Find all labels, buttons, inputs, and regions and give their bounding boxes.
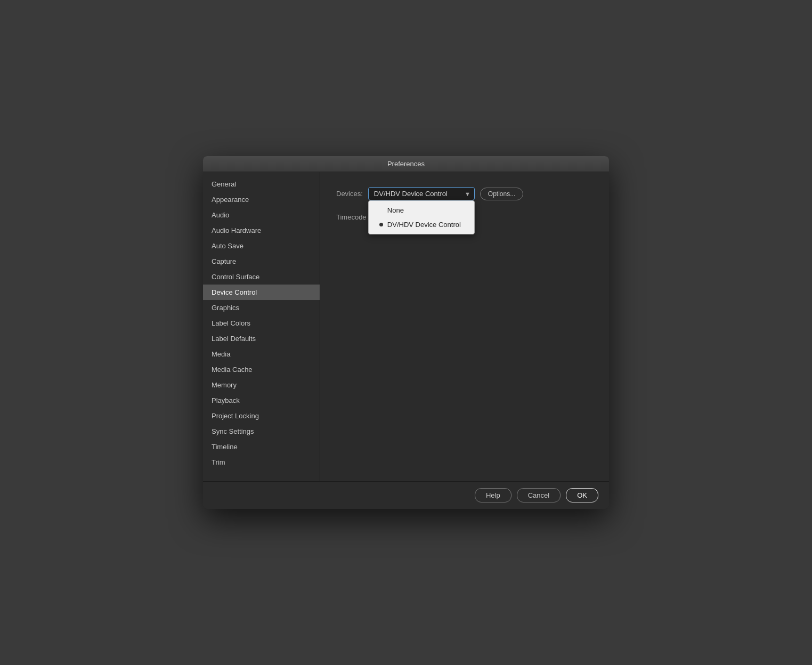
sidebar-item-appearance[interactable]: Appearance [203, 192, 320, 207]
sidebar-item-graphics[interactable]: Graphics [203, 300, 320, 315]
help-button[interactable]: Help [475, 488, 511, 502]
footer: Help Cancel OK [203, 481, 609, 509]
sidebar-item-control-surface[interactable]: Control Surface [203, 269, 320, 285]
sidebar-item-media-cache[interactable]: Media Cache [203, 362, 320, 377]
sidebar-item-audio-hardware[interactable]: Audio Hardware [203, 223, 320, 238]
option-dvhdv[interactable]: DV/HDV Device Control [369, 217, 474, 232]
devices-dropdown-menu: None DV/HDV Device Control [368, 200, 475, 234]
sidebar-item-device-control[interactable]: Device Control [203, 285, 320, 300]
sidebar-item-general[interactable]: General [203, 176, 320, 192]
option-dvhdv-label: DV/HDV Device Control [387, 221, 461, 229]
selected-dot [379, 223, 383, 226]
window-title: Preferences [387, 160, 425, 168]
sidebar-item-media[interactable]: Media [203, 346, 320, 362]
sidebar-item-project-locking[interactable]: Project Locking [203, 408, 320, 424]
main-content: Devices: DV/HDV Device Control ▼ None D [320, 172, 609, 481]
sidebar-item-playback[interactable]: Playback [203, 393, 320, 408]
devices-label: Devices: [336, 190, 363, 198]
sidebar-item-memory[interactable]: Memory [203, 377, 320, 393]
sidebar: GeneralAppearanceAudioAudio HardwareAuto… [203, 172, 320, 481]
titlebar: Preferences [203, 156, 609, 172]
devices-row: Devices: DV/HDV Device Control ▼ None D [336, 187, 593, 200]
sidebar-item-label-defaults[interactable]: Label Defaults [203, 331, 320, 346]
option-none-label: None [387, 206, 404, 214]
sidebar-item-audio[interactable]: Audio [203, 207, 320, 223]
sidebar-item-timeline[interactable]: Timeline [203, 439, 320, 455]
sidebar-item-label-colors[interactable]: Label Colors [203, 315, 320, 331]
sidebar-item-sync-settings[interactable]: Sync Settings [203, 424, 320, 439]
devices-dropdown-container: DV/HDV Device Control ▼ None DV/HDV Devi… [368, 187, 475, 200]
option-none[interactable]: None [369, 203, 474, 217]
ok-button[interactable]: OK [566, 488, 598, 502]
devices-select[interactable]: DV/HDV Device Control [368, 187, 475, 200]
cancel-button[interactable]: Cancel [517, 488, 561, 502]
options-button[interactable]: Options... [480, 188, 523, 200]
sidebar-item-capture[interactable]: Capture [203, 254, 320, 269]
sidebar-item-auto-save[interactable]: Auto Save [203, 238, 320, 254]
window-body: GeneralAppearanceAudioAudio HardwareAuto… [203, 172, 609, 481]
preferences-window: Preferences GeneralAppearanceAudioAudio … [203, 156, 609, 509]
sidebar-item-trim[interactable]: Trim [203, 455, 320, 470]
